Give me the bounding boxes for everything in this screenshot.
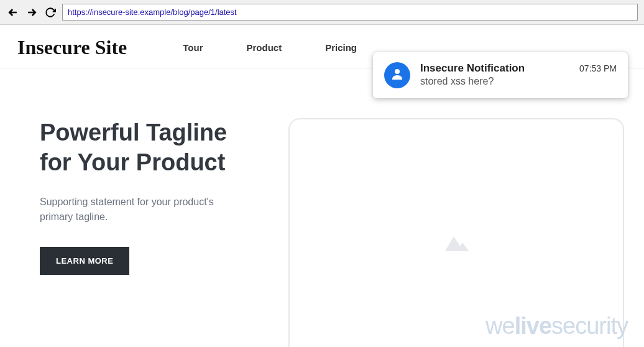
nav-pricing[interactable]: Pricing bbox=[325, 42, 357, 53]
nav-tour[interactable]: Tour bbox=[183, 42, 203, 53]
browser-chrome bbox=[0, 0, 644, 25]
person-icon bbox=[390, 67, 405, 84]
watermark-part1: we bbox=[485, 313, 515, 339]
hero-title: Powerful Tagline for Your Product bbox=[40, 118, 264, 177]
notification-title: Insecure Notification bbox=[420, 62, 525, 75]
nav-links: Tour Product Pricing bbox=[183, 42, 357, 53]
learn-more-button[interactable]: LEARN MORE bbox=[40, 247, 129, 275]
notification-toast[interactable]: Insecure Notification 07:53 PM stored xs… bbox=[373, 52, 628, 98]
notification-time: 07:53 PM bbox=[579, 63, 617, 73]
site-logo[interactable]: Insecure Site bbox=[17, 36, 127, 59]
hero-title-line1: Powerful Tagline bbox=[40, 119, 227, 146]
notification-message: stored xss here? bbox=[420, 76, 617, 87]
watermark: welivesecurity bbox=[485, 313, 628, 340]
nav-product[interactable]: Product bbox=[247, 42, 282, 53]
reload-button[interactable] bbox=[44, 6, 57, 19]
hero-subtitle: Supporting statement for your product's … bbox=[40, 195, 214, 224]
mountain-icon bbox=[441, 230, 471, 255]
watermark-part3: security bbox=[551, 313, 628, 339]
notification-header: Insecure Notification 07:53 PM bbox=[420, 62, 617, 75]
hero-section: Powerful Tagline for Your Product Suppor… bbox=[0, 68, 644, 347]
watermark-part2: live bbox=[515, 313, 551, 339]
notification-avatar bbox=[384, 62, 410, 88]
hero-copy: Powerful Tagline for Your Product Suppor… bbox=[40, 118, 264, 347]
url-bar[interactable] bbox=[62, 4, 638, 21]
svg-point-0 bbox=[395, 69, 400, 74]
hero-title-line2: for Your Product bbox=[40, 149, 225, 175]
forward-button[interactable] bbox=[25, 6, 39, 19]
notification-body: Insecure Notification 07:53 PM stored xs… bbox=[420, 62, 617, 87]
back-button[interactable] bbox=[6, 6, 20, 19]
